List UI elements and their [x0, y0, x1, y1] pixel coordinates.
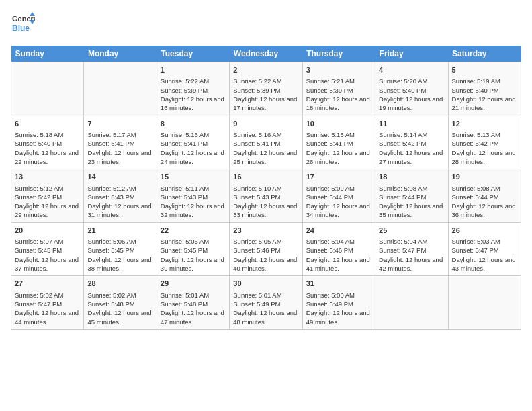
calendar-cell	[448, 276, 521, 330]
cell-details: Sunrise: 5:15 AMSunset: 5:41 PMDaylight:…	[306, 130, 371, 166]
day-number: 17	[306, 172, 371, 182]
day-number: 27	[15, 279, 80, 289]
calendar-cell: 1Sunrise: 5:22 AMSunset: 5:39 PMDaylight…	[157, 62, 229, 116]
cell-details: Sunrise: 5:21 AMSunset: 5:39 PMDaylight:…	[306, 77, 371, 112]
calendar-cell: 20Sunrise: 5:07 AMSunset: 5:45 PMDayligh…	[11, 222, 84, 276]
weekday-friday: Friday	[375, 46, 448, 62]
calendar-cell: 8Sunrise: 5:16 AMSunset: 5:41 PMDaylight…	[157, 116, 229, 169]
day-number: 9	[233, 119, 298, 129]
cell-details: Sunrise: 5:04 AMSunset: 5:46 PMDaylight:…	[306, 237, 371, 273]
cell-details: Sunrise: 5:01 AMSunset: 5:49 PMDaylight:…	[233, 291, 298, 326]
cell-details: Sunrise: 5:22 AMSunset: 5:39 PMDaylight:…	[233, 77, 298, 112]
calendar-body: 1Sunrise: 5:22 AMSunset: 5:39 PMDaylight…	[11, 62, 521, 330]
logo: General Blue	[11, 11, 35, 38]
day-number: 16	[233, 172, 298, 182]
calendar-cell: 25Sunrise: 5:04 AMSunset: 5:47 PMDayligh…	[375, 222, 448, 276]
weekday-wednesday: Wednesday	[230, 46, 302, 62]
day-number: 30	[233, 279, 298, 289]
calendar-cell: 27Sunrise: 5:02 AMSunset: 5:47 PMDayligh…	[11, 276, 84, 330]
week-row-5: 27Sunrise: 5:02 AMSunset: 5:47 PMDayligh…	[11, 276, 521, 330]
calendar-cell: 13Sunrise: 5:12 AMSunset: 5:42 PMDayligh…	[11, 169, 84, 223]
day-number: 6	[15, 119, 80, 129]
week-row-3: 13Sunrise: 5:12 AMSunset: 5:42 PMDayligh…	[11, 169, 521, 223]
cell-details: Sunrise: 5:03 AMSunset: 5:47 PMDaylight:…	[452, 237, 517, 273]
cell-details: Sunrise: 5:17 AMSunset: 5:41 PMDaylight:…	[87, 130, 152, 166]
day-number: 4	[379, 65, 444, 75]
calendar-cell: 19Sunrise: 5:08 AMSunset: 5:44 PMDayligh…	[448, 169, 521, 223]
day-number: 25	[379, 226, 444, 236]
day-number: 22	[161, 226, 226, 236]
week-row-4: 20Sunrise: 5:07 AMSunset: 5:45 PMDayligh…	[11, 222, 521, 276]
calendar-cell	[11, 62, 84, 116]
day-number: 18	[379, 172, 444, 182]
calendar-cell	[375, 276, 448, 330]
day-number: 5	[452, 65, 517, 75]
cell-details: Sunrise: 5:08 AMSunset: 5:44 PMDaylight:…	[452, 184, 517, 220]
calendar-cell: 16Sunrise: 5:10 AMSunset: 5:43 PMDayligh…	[230, 169, 302, 223]
week-row-2: 6Sunrise: 5:18 AMSunset: 5:40 PMDaylight…	[11, 116, 521, 169]
calendar-cell: 29Sunrise: 5:01 AMSunset: 5:48 PMDayligh…	[157, 276, 229, 330]
weekday-tuesday: Tuesday	[157, 46, 229, 62]
cell-details: Sunrise: 5:12 AMSunset: 5:42 PMDaylight:…	[15, 184, 80, 220]
day-number: 10	[306, 119, 371, 129]
day-number: 14	[87, 172, 152, 182]
calendar-cell: 4Sunrise: 5:20 AMSunset: 5:40 PMDaylight…	[375, 62, 448, 116]
day-number: 12	[452, 119, 517, 129]
calendar-cell: 18Sunrise: 5:08 AMSunset: 5:44 PMDayligh…	[375, 169, 448, 223]
cell-details: Sunrise: 5:00 AMSunset: 5:49 PMDaylight:…	[306, 291, 371, 326]
weekday-sunday: Sunday	[11, 46, 84, 62]
weekday-monday: Monday	[84, 46, 157, 62]
cell-details: Sunrise: 5:05 AMSunset: 5:46 PMDaylight:…	[233, 237, 298, 273]
day-number: 1	[161, 65, 226, 75]
cell-details: Sunrise: 5:18 AMSunset: 5:40 PMDaylight:…	[15, 130, 80, 166]
calendar-cell: 31Sunrise: 5:00 AMSunset: 5:49 PMDayligh…	[302, 276, 375, 330]
weekday-thursday: Thursday	[302, 46, 375, 62]
cell-details: Sunrise: 5:12 AMSunset: 5:43 PMDaylight:…	[87, 184, 152, 220]
cell-details: Sunrise: 5:08 AMSunset: 5:44 PMDaylight:…	[379, 184, 444, 220]
cell-details: Sunrise: 5:11 AMSunset: 5:43 PMDaylight:…	[161, 184, 226, 220]
day-number: 29	[161, 279, 226, 289]
weekday-header-row: SundayMondayTuesdayWednesdayThursdayFrid…	[11, 46, 521, 62]
day-number: 23	[233, 226, 298, 236]
calendar-cell: 12Sunrise: 5:13 AMSunset: 5:42 PMDayligh…	[448, 116, 521, 169]
cell-details: Sunrise: 5:02 AMSunset: 5:48 PMDaylight:…	[87, 291, 152, 326]
cell-details: Sunrise: 5:06 AMSunset: 5:45 PMDaylight:…	[161, 237, 226, 273]
logo-icon: General Blue	[11, 11, 35, 38]
day-number: 28	[87, 279, 152, 289]
day-number: 3	[306, 65, 371, 75]
cell-details: Sunrise: 5:09 AMSunset: 5:44 PMDaylight:…	[306, 184, 371, 220]
cell-details: Sunrise: 5:16 AMSunset: 5:41 PMDaylight:…	[233, 130, 298, 166]
calendar-cell: 28Sunrise: 5:02 AMSunset: 5:48 PMDayligh…	[84, 276, 157, 330]
cell-details: Sunrise: 5:07 AMSunset: 5:45 PMDaylight:…	[15, 237, 80, 273]
day-number: 19	[452, 172, 517, 182]
day-number: 21	[87, 226, 152, 236]
calendar-cell: 7Sunrise: 5:17 AMSunset: 5:41 PMDaylight…	[84, 116, 157, 169]
cell-details: Sunrise: 5:10 AMSunset: 5:43 PMDaylight:…	[233, 184, 298, 220]
cell-details: Sunrise: 5:20 AMSunset: 5:40 PMDaylight:…	[379, 77, 444, 112]
cell-details: Sunrise: 5:06 AMSunset: 5:45 PMDaylight:…	[87, 237, 152, 273]
day-number: 8	[161, 119, 226, 129]
page-header: General Blue	[11, 11, 521, 38]
calendar-cell: 22Sunrise: 5:06 AMSunset: 5:45 PMDayligh…	[157, 222, 229, 276]
day-number: 2	[233, 65, 298, 75]
cell-details: Sunrise: 5:13 AMSunset: 5:42 PMDaylight:…	[452, 130, 517, 166]
cell-details: Sunrise: 5:02 AMSunset: 5:47 PMDaylight:…	[15, 291, 80, 326]
calendar-cell: 21Sunrise: 5:06 AMSunset: 5:45 PMDayligh…	[84, 222, 157, 276]
svg-text:Blue: Blue	[12, 24, 30, 33]
week-row-1: 1Sunrise: 5:22 AMSunset: 5:39 PMDaylight…	[11, 62, 521, 116]
calendar-cell: 9Sunrise: 5:16 AMSunset: 5:41 PMDaylight…	[230, 116, 302, 169]
cell-details: Sunrise: 5:19 AMSunset: 5:40 PMDaylight:…	[452, 77, 517, 112]
cell-details: Sunrise: 5:01 AMSunset: 5:48 PMDaylight:…	[161, 291, 226, 326]
calendar-cell: 5Sunrise: 5:19 AMSunset: 5:40 PMDaylight…	[448, 62, 521, 116]
calendar-cell	[84, 62, 157, 116]
calendar-cell: 15Sunrise: 5:11 AMSunset: 5:43 PMDayligh…	[157, 169, 229, 223]
calendar-cell: 11Sunrise: 5:14 AMSunset: 5:42 PMDayligh…	[375, 116, 448, 169]
day-number: 7	[87, 119, 152, 129]
calendar-cell: 10Sunrise: 5:15 AMSunset: 5:41 PMDayligh…	[302, 116, 375, 169]
calendar-cell: 24Sunrise: 5:04 AMSunset: 5:46 PMDayligh…	[302, 222, 375, 276]
calendar-cell: 6Sunrise: 5:18 AMSunset: 5:40 PMDaylight…	[11, 116, 84, 169]
calendar-cell: 26Sunrise: 5:03 AMSunset: 5:47 PMDayligh…	[448, 222, 521, 276]
day-number: 15	[161, 172, 226, 182]
cell-details: Sunrise: 5:14 AMSunset: 5:42 PMDaylight:…	[379, 130, 444, 166]
day-number: 13	[15, 172, 80, 182]
